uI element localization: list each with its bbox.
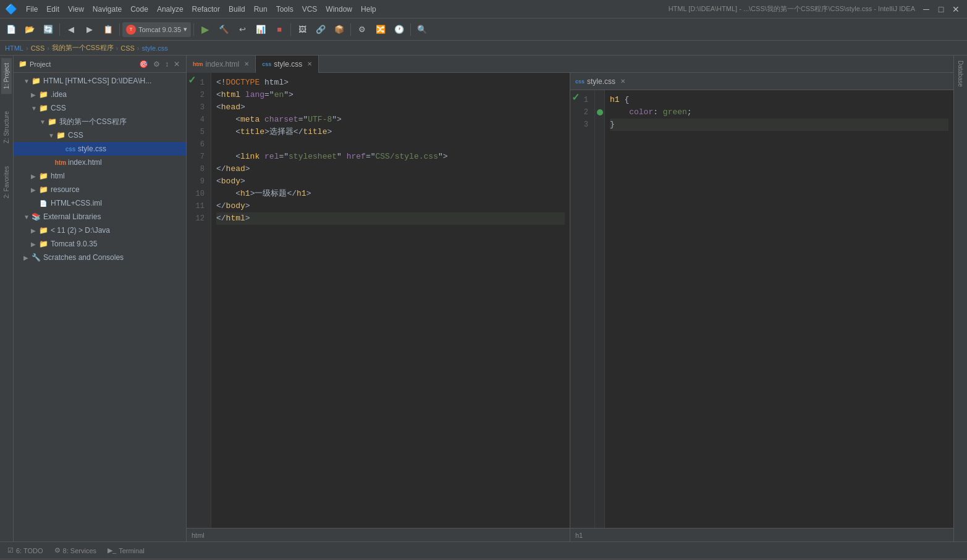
tree-arrow: ▼ <box>31 105 38 112</box>
code-line-8: </head> <box>216 163 565 175</box>
reload-button[interactable]: ↩ <box>234 21 251 38</box>
vcs-button[interactable]: 🔀 <box>372 21 389 38</box>
code-line-5: <title>选择器</title> <box>216 126 565 138</box>
iml-file-icon: 📄 <box>38 198 48 208</box>
rcode-line-3: } <box>610 119 948 131</box>
editor-footer: html h1 <box>187 528 953 541</box>
right-gutter <box>595 90 605 528</box>
tree-item-scratches[interactable]: ▶ 🔧 Scratches and Consoles <box>14 251 186 264</box>
line-num-4: 4 <box>187 114 208 126</box>
settings-button[interactable]: ⚙ <box>353 21 371 38</box>
recent-files-button[interactable]: 📋 <box>99 21 117 38</box>
menu-window[interactable]: Window <box>322 4 356 15</box>
tree-item-java11[interactable]: ▶ 📁 < 11 (2) > D:\Java <box>14 224 186 237</box>
right-code-content[interactable]: h1 { color: green; } <box>605 90 953 528</box>
tree-item-resource[interactable]: ▶ 📁 resource <box>14 183 186 196</box>
menu-code[interactable]: Code <box>127 4 152 15</box>
tree-item-tomcat[interactable]: ▶ 📁 Tomcat 9.0.35 <box>14 237 186 251</box>
menu-refactor[interactable]: Refactor <box>188 4 224 15</box>
services-tab[interactable]: ⚙ 8: Services <box>49 543 101 558</box>
toolbar-sep-4 <box>290 23 291 36</box>
open-button[interactable]: 📂 <box>21 21 38 38</box>
back-button[interactable]: ◀ <box>62 21 80 38</box>
tab-html-close-button[interactable]: ✕ <box>244 61 249 67</box>
tree-item-style-css[interactable]: css style.css <box>14 142 186 156</box>
stop-button[interactable]: ■ <box>271 21 288 38</box>
tree-item-html-root[interactable]: ▼ 📁 HTML [HTML+CSS] D:\IDEA\H... <box>14 74 186 88</box>
tree-item-iml[interactable]: 📄 HTML+CSS.iml <box>14 196 186 210</box>
right-code-editor[interactable]: 1 2 3 h1 { color: green; <box>570 90 953 528</box>
title-bar: 🔷 File Edit View Navigate Code Analyze R… <box>0 0 967 19</box>
frame-button[interactable]: 🖼 <box>293 21 311 38</box>
tree-item-css[interactable]: ▼ 📁 CSS <box>14 101 186 115</box>
line-num-8: 8 <box>187 163 208 175</box>
css-tab-close-btn[interactable]: ✕ <box>620 78 625 85</box>
breadcrumb-css2[interactable]: CSS <box>120 44 135 52</box>
tree-label-css: CSS <box>51 104 66 112</box>
tomcat-selector[interactable]: T Tomcat 9.0.35 ▾ <box>122 22 191 37</box>
tree-item-ext-libs[interactable]: ▼ 📚 External Libraries <box>14 210 186 224</box>
coverage-button[interactable]: 📊 <box>252 21 269 38</box>
breadcrumb-myprogram[interactable]: 我的第一个CSS程序 <box>52 43 114 52</box>
panel-folder-icon: 📁 <box>19 60 27 68</box>
menu-edit[interactable]: Edit <box>43 4 63 15</box>
tree-item-css-inner[interactable]: ▼ 📁 CSS <box>14 128 186 142</box>
services-icon: ⚙ <box>54 546 61 554</box>
menu-navigate[interactable]: Navigate <box>89 4 125 15</box>
terminal-tab[interactable]: ▶_ Terminal <box>103 543 150 558</box>
database-tab[interactable]: Database <box>955 56 966 92</box>
run-button[interactable]: ▶ <box>196 21 214 38</box>
window-controls[interactable]: ─ □ ✕ <box>920 3 962 15</box>
menu-tools[interactable]: Tools <box>272 4 297 15</box>
tree-item-idea[interactable]: ▶ 📁 .idea <box>14 88 186 101</box>
tab-style-css[interactable]: css style.css ✕ <box>256 56 319 73</box>
local-history-button[interactable]: 🕐 <box>391 21 408 38</box>
close-button[interactable]: ✕ <box>950 3 962 15</box>
panel-settings-button[interactable]: ⚙ <box>152 59 161 70</box>
editor-tabs: htm index.html ✕ css style.css ✕ <box>187 56 953 73</box>
todo-tab[interactable]: ☑ 6: TODO <box>2 543 48 558</box>
menu-vcs[interactable]: VCS <box>298 4 321 15</box>
search-everywhere-button[interactable]: 🔍 <box>413 21 431 38</box>
breadcrumb-stylecss[interactable]: style.css <box>142 44 168 52</box>
tree-label-java11: < 11 (2) > D:\Java <box>51 226 110 235</box>
left-editor-pane: ✓ 1 2 3 4 5 6 7 8 9 10 11 12 <box>187 73 570 528</box>
toolbar-sep-5 <box>350 23 351 36</box>
tab-css-close-button[interactable]: ✕ <box>307 61 312 67</box>
menu-file[interactable]: File <box>22 4 41 15</box>
maximize-button[interactable]: □ <box>935 3 947 15</box>
left-code-editor[interactable]: 1 2 3 4 5 6 7 8 9 10 11 12 <!DOCTY <box>187 73 570 528</box>
folder-icon: 📁 <box>38 239 48 249</box>
attach-button[interactable]: 🔗 <box>312 21 329 38</box>
tab-index-html[interactable]: htm index.html ✕ <box>187 56 256 73</box>
tree-label-ext-libs: External Libraries <box>43 212 101 221</box>
menu-build[interactable]: Build <box>225 4 249 15</box>
sync-button[interactable]: 🔄 <box>40 21 57 38</box>
minimize-button[interactable]: ─ <box>920 3 932 15</box>
line-num-7: 7 <box>187 151 208 163</box>
menu-bar[interactable]: File Edit View Navigate Code Analyze Ref… <box>22 4 669 15</box>
panel-expand-button[interactable]: ↕ <box>164 59 170 70</box>
deploy-button[interactable]: 📦 <box>331 21 348 38</box>
menu-run[interactable]: Run <box>250 4 271 15</box>
project-tab[interactable]: 1: Project <box>1 58 12 94</box>
breadcrumb-css[interactable]: CSS <box>31 44 45 52</box>
favorites-tab[interactable]: 2: Favorites <box>1 161 12 203</box>
structure-tab[interactable]: Z: Structure <box>1 106 12 148</box>
menu-analyze[interactable]: Analyze <box>153 4 187 15</box>
breadcrumb-html[interactable]: HTML <box>5 44 23 52</box>
menu-view[interactable]: View <box>64 4 88 15</box>
tree-label-style-css: style.css <box>78 144 106 153</box>
code-line-3: <head> <box>216 101 565 114</box>
panel-hide-button[interactable]: ✕ <box>172 59 181 70</box>
build-button[interactable]: 🔨 <box>215 21 232 38</box>
menu-help[interactable]: Help <box>357 4 380 15</box>
tree-item-html-folder[interactable]: ▶ 📁 html <box>14 169 186 183</box>
tree-item-index-html[interactable]: htm index.html <box>14 156 186 169</box>
new-file-button[interactable]: 📄 <box>2 21 20 38</box>
left-code-content[interactable]: <!DOCTYPE html> <html lang="en"> <head> … <box>211 73 570 528</box>
panel-locate-button[interactable]: 🎯 <box>138 59 150 70</box>
tree-item-myprogram[interactable]: ▼ 📁 我的第一个CSS程序 <box>14 115 186 128</box>
forward-button[interactable]: ▶ <box>81 21 98 38</box>
project-panel: 📁 Project 🎯 ⚙ ↕ ✕ ▼ 📁 HTML [HTML+CSS] D:… <box>14 56 187 541</box>
